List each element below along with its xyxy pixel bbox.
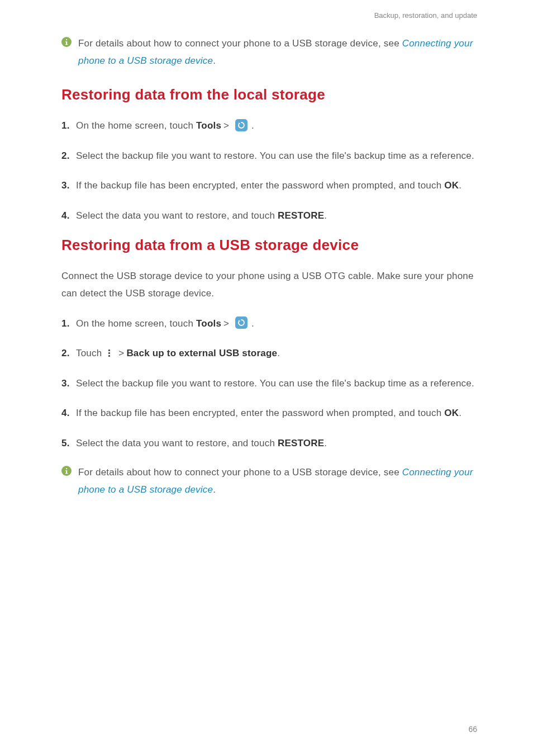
info-text-prefix: For details about how to connect your ph… — [78, 38, 402, 49]
step-2-2: 2. Touch >Back up to external USB storag… — [61, 344, 483, 362]
step-body: If the backup file has been encrypted, e… — [76, 404, 483, 422]
step-number: 2. — [61, 147, 76, 164]
step-1-3: 3. If the backup file has been encrypted… — [61, 177, 483, 194]
restore-label: RESTORE — [278, 210, 324, 221]
tools-label: Tools — [196, 120, 221, 131]
step-text-suffix: . — [324, 438, 327, 448]
step-text-suffix: . — [277, 348, 280, 358]
step-text-suffix: . — [459, 408, 461, 418]
step-text: Touch — [76, 348, 104, 358]
chevron-text: > — [223, 117, 229, 134]
step-number: 4. — [61, 404, 76, 422]
info-text-suffix: . — [213, 55, 216, 66]
backup-app-icon — [235, 119, 248, 131]
step-body: Select the backup file you want to resto… — [76, 147, 483, 164]
info-text-1: For details about how to connect your ph… — [78, 35, 483, 69]
step-text-suffix: . — [324, 210, 327, 221]
intro-paragraph: Connect the USB storage device to your p… — [61, 267, 483, 303]
step-1-2: 2. Select the backup file you want to re… — [61, 147, 483, 164]
step-1-1: 1. On the home screen, touch Tools> . — [61, 117, 483, 134]
info-note-1: For details about how to connect your ph… — [61, 35, 483, 69]
step-2-1: 1. On the home screen, touch Tools> . — [61, 315, 483, 332]
info-icon — [61, 466, 72, 476]
info-text-2: For details about how to connect your ph… — [78, 464, 483, 498]
info-icon — [61, 37, 72, 47]
step-number: 3. — [61, 375, 76, 392]
ok-label: OK — [444, 408, 459, 418]
step-number: 5. — [61, 434, 76, 452]
heading-restore-usb: Restoring data from a USB storage device — [61, 237, 483, 254]
step-1-4: 4. Select the data you want to restore, … — [61, 207, 483, 224]
step-text-post: . — [249, 318, 254, 329]
step-text: If the backup file has been encrypted, e… — [76, 180, 444, 191]
svg-rect-1 — [66, 39, 67, 40]
restore-label: RESTORE — [278, 438, 324, 448]
step-text-suffix: . — [459, 180, 461, 191]
backup-external-label: Back up to external USB storage — [126, 348, 277, 358]
step-number: 4. — [61, 207, 76, 224]
info-text-suffix: . — [213, 484, 216, 495]
breadcrumb: Backup, restoration, and update — [61, 11, 483, 20]
step-text: On the home screen, touch — [76, 318, 196, 329]
svg-rect-3 — [66, 468, 67, 469]
info-note-2: For details about how to connect your ph… — [61, 464, 483, 498]
step-number: 1. — [61, 117, 76, 134]
heading-restore-local: Restoring data from the local storage — [61, 86, 483, 103]
step-body: Touch >Back up to external USB storage. — [76, 344, 483, 362]
overflow-menu-icon — [104, 348, 113, 358]
info-text-prefix: For details about how to connect your ph… — [78, 467, 402, 478]
step-text: Select the data you want to restore, and… — [76, 438, 278, 448]
step-number: 1. — [61, 315, 76, 332]
step-body: If the backup file has been encrypted, e… — [76, 177, 483, 194]
step-body: Select the data you want to restore, and… — [76, 434, 483, 452]
step-body: Select the backup file you want to resto… — [76, 375, 483, 392]
page-number: 66 — [468, 725, 477, 734]
step-text-post: . — [249, 120, 254, 131]
step-2-5: 5. Select the data you want to restore, … — [61, 434, 483, 452]
step-body: Select the data you want to restore, and… — [76, 207, 483, 224]
backup-app-icon — [235, 316, 248, 329]
step-number: 3. — [61, 177, 76, 194]
step-text: If the backup file has been encrypted, e… — [76, 408, 444, 418]
ok-label: OK — [444, 180, 459, 191]
step-2-4: 4. If the backup file has been encrypted… — [61, 404, 483, 422]
step-number: 2. — [61, 344, 76, 362]
step-body: On the home screen, touch Tools> . — [76, 315, 483, 332]
step-text: On the home screen, touch — [76, 120, 196, 131]
tools-label: Tools — [196, 318, 221, 329]
step-2-3: 3. Select the backup file you want to re… — [61, 375, 483, 392]
step-text: Select the data you want to restore, and… — [76, 210, 278, 221]
chevron-text: > — [118, 344, 124, 362]
chevron-text: > — [223, 315, 229, 332]
step-body: On the home screen, touch Tools> . — [76, 117, 483, 134]
